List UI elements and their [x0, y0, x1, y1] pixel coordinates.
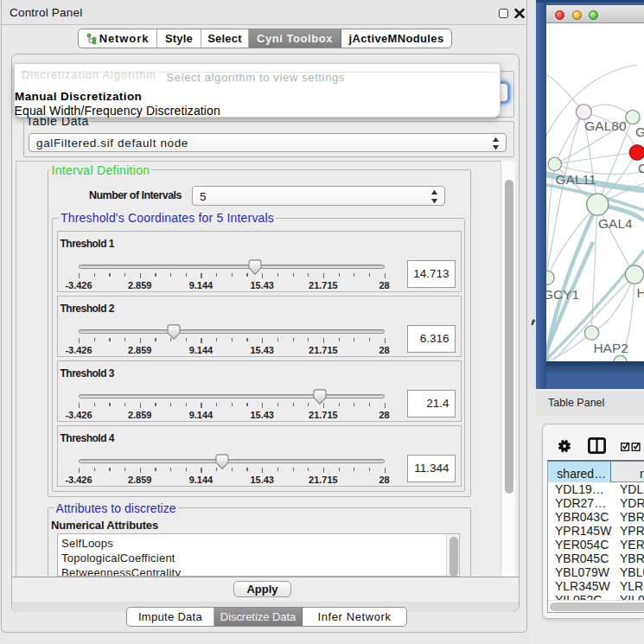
svg-text:C: C [638, 161, 644, 175]
svg-text:GAL80: GAL80 [584, 118, 627, 133]
svg-text:H: H [637, 285, 644, 300]
svg-text:GAL11: GAL11 [556, 172, 596, 187]
svg-text:GCY1: GCY1 [546, 287, 579, 302]
svg-text:GAL4: GAL4 [598, 216, 633, 231]
svg-text:HAP2: HAP2 [593, 341, 628, 355]
svg-text:G: G [635, 124, 644, 139]
